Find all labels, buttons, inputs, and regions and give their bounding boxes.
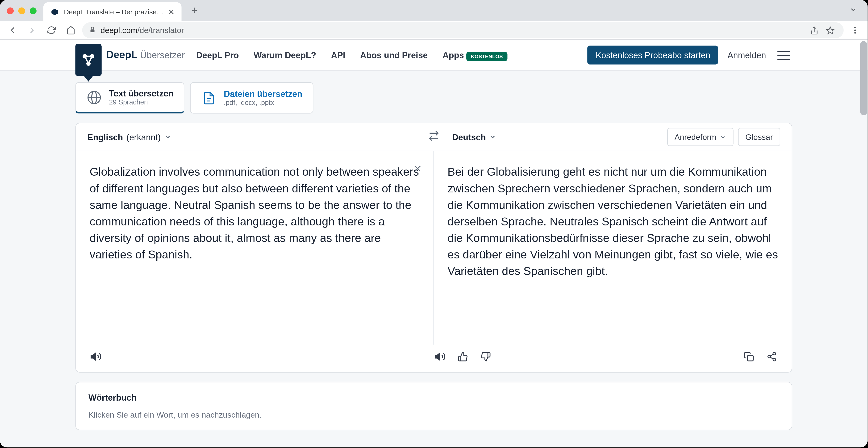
svg-marker-19 (91, 353, 95, 360)
dictionary-title: Wörterbuch (88, 393, 779, 402)
thumbs-up-icon[interactable] (457, 350, 469, 363)
source-text[interactable]: Globalization involves communication not… (90, 164, 420, 263)
file-icon (201, 90, 217, 106)
toolbar: deepl.com/de/translator (0, 21, 868, 40)
close-window-button[interactable] (7, 7, 14, 14)
svg-rect-1 (91, 29, 95, 32)
chevron-down-icon (489, 133, 496, 140)
svg-marker-0 (52, 8, 58, 15)
browser-window: DeepL Translate – Der präzise… ✕ + deepl… (0, 0, 868, 447)
nav-api[interactable]: API (331, 50, 345, 60)
chevron-down-icon (164, 133, 171, 140)
logo-subtext: Übersetzer (140, 50, 185, 60)
tab-file-translate[interactable]: Dateien übersetzen .pdf, .docx, .pptx (190, 82, 313, 114)
mode-text-sub: 29 Sprachen (109, 98, 174, 106)
chevron-down-icon (720, 134, 726, 140)
main-nav: DeepL Pro Warum DeepL? API Abos und Prei… (196, 50, 507, 60)
svg-point-5 (854, 32, 856, 33)
clear-source-icon[interactable]: ✕ (413, 163, 422, 175)
login-link[interactable]: Anmelden (727, 50, 766, 60)
translator-panel: Englisch (erkannt) Deutsch Anred (75, 123, 792, 373)
tab-strip: DeepL Translate – Der präzise… ✕ + (0, 0, 868, 21)
nav-pro[interactable]: DeepL Pro (196, 50, 239, 60)
mode-file-sub: .pdf, .docx, .pptx (224, 99, 302, 107)
favicon-icon (50, 7, 59, 16)
svg-point-23 (768, 355, 771, 358)
address-bar[interactable]: deepl.com/de/translator (82, 22, 843, 38)
svg-rect-21 (748, 355, 753, 361)
svg-point-22 (773, 352, 776, 355)
page-content: DeepL Übersetzer DeepL Pro Warum DeepL? … (0, 40, 868, 447)
speak-target-icon[interactable] (434, 350, 446, 363)
svg-line-26 (770, 354, 773, 356)
svg-point-24 (773, 358, 776, 361)
glossary-button[interactable]: Glossar (738, 128, 780, 146)
svg-marker-20 (435, 353, 440, 360)
text-panels: Globalization involves communication not… (76, 151, 792, 345)
dictionary-hint: Klicken Sie auf ein Wort, um es nachzusc… (88, 410, 779, 419)
bookmark-icon[interactable] (823, 23, 837, 37)
copy-icon[interactable] (743, 350, 755, 363)
tab-text-translate[interactable]: Text übersetzen 29 Sprachen (75, 82, 184, 114)
close-tab-icon[interactable]: ✕ (168, 7, 175, 16)
nav-pricing[interactable]: Abos und Preise (360, 50, 428, 60)
scroll-thumb[interactable] (860, 41, 867, 115)
url-path: /de/translator (137, 26, 184, 35)
nav-why[interactable]: Warum DeepL? (254, 50, 316, 60)
tabs-dropdown-icon[interactable] (846, 2, 861, 19)
target-text-panel: Bei der Globalisierung geht es nicht nur… (434, 151, 792, 345)
language-bar: Englisch (erkannt) Deutsch Anred (76, 123, 792, 151)
svg-point-4 (854, 30, 856, 31)
browser-tab[interactable]: DeepL Translate – Der präzise… ✕ (43, 2, 182, 21)
browser-menu-icon[interactable] (847, 22, 863, 38)
trial-button[interactable]: Kostenloses Probeabo starten (588, 46, 718, 65)
speak-source-icon[interactable] (90, 350, 102, 363)
new-tab-button[interactable]: + (186, 3, 203, 19)
globe-icon (86, 89, 102, 105)
logo-icon (75, 44, 101, 76)
nav-apps[interactable]: AppsKOSTENLOS (442, 50, 507, 60)
svg-marker-2 (827, 27, 834, 33)
mode-text-title: Text übersetzen (109, 88, 174, 98)
share-icon[interactable] (807, 23, 821, 37)
window-controls (7, 7, 36, 14)
maximize-window-button[interactable] (30, 7, 36, 14)
menu-icon[interactable] (775, 48, 792, 62)
mode-tabs: Text übersetzen 29 Sprachen Dateien über… (0, 71, 868, 114)
site-header: DeepL Übersetzer DeepL Pro Warum DeepL? … (0, 40, 868, 71)
lock-icon (89, 26, 96, 34)
formality-select[interactable]: Anredeform (667, 128, 733, 146)
thumbs-down-icon[interactable] (479, 350, 492, 363)
text-actions (76, 345, 792, 372)
mode-file-title: Dateien übersetzen (224, 89, 302, 99)
logo[interactable]: DeepL Übersetzer (75, 40, 185, 75)
source-lang-select[interactable]: Englisch (erkannt) (87, 132, 171, 142)
header-right: Kostenloses Probeabo starten Anmelden (588, 46, 792, 65)
home-button[interactable] (63, 22, 79, 38)
scrollbar[interactable] (860, 40, 868, 447)
back-button[interactable] (4, 22, 21, 38)
dictionary-card: Wörterbuch Klicken Sie auf ein Wort, um … (75, 382, 792, 430)
source-text-panel: Globalization involves communication not… (76, 151, 434, 345)
logo-text: DeepL (106, 49, 137, 60)
target-lang-select[interactable]: Deutsch (452, 132, 496, 142)
minimize-window-button[interactable] (18, 7, 25, 14)
svg-line-25 (770, 357, 773, 359)
svg-point-3 (854, 27, 856, 28)
target-text[interactable]: Bei der Globalisierung geht es nicht nur… (447, 164, 778, 280)
apps-badge: KOSTENLOS (466, 52, 507, 61)
url-domain: deepl.com (100, 26, 137, 35)
reload-button[interactable] (43, 22, 59, 38)
tab-title: DeepL Translate – Der präzise… (64, 8, 163, 16)
swap-languages-icon[interactable] (428, 129, 440, 144)
forward-button[interactable] (24, 22, 40, 38)
share-translation-icon[interactable] (766, 350, 778, 363)
